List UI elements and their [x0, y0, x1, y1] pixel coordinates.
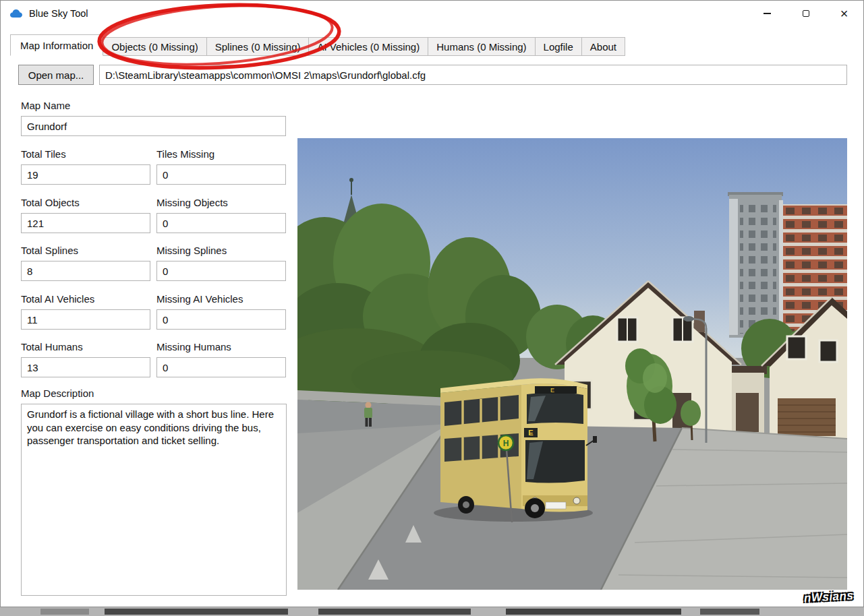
- tab-humans[interactable]: Humans (0 Missing): [428, 37, 535, 56]
- total-humans-label: Total Humans: [21, 341, 83, 352]
- tab-about[interactable]: About: [582, 37, 625, 56]
- window-title: Blue Sky Tool: [29, 8, 88, 19]
- taskbar-segment: [105, 609, 288, 615]
- window-controls: ×: [748, 1, 863, 26]
- cloud-icon: [9, 9, 23, 18]
- close-icon: ×: [840, 7, 848, 20]
- taskbar-segment: [318, 609, 471, 615]
- total-splines-label: Total Splines: [21, 245, 78, 256]
- map-name-label: Map Name: [21, 100, 70, 111]
- tiles-missing-label: Tiles Missing: [156, 148, 214, 160]
- total-humans-input[interactable]: [21, 357, 150, 377]
- missing-objects-input[interactable]: [156, 213, 286, 233]
- tiles-missing-input[interactable]: [156, 164, 286, 185]
- maximize-button[interactable]: [786, 1, 825, 26]
- map-screenshot: E E H: [297, 138, 847, 590]
- app-window: Blue Sky Tool × Map Information Objects …: [0, 0, 864, 607]
- total-tiles-input[interactable]: [21, 164, 150, 185]
- missing-objects-label: Missing Objects: [156, 197, 228, 208]
- taskbar-segment: [506, 609, 681, 615]
- map-description-label: Map Description: [21, 388, 94, 399]
- total-splines-input[interactable]: [21, 261, 150, 281]
- tab-ai-vehicles[interactable]: AI Vehicles (0 Missing): [309, 37, 428, 56]
- missing-splines-input[interactable]: [156, 261, 286, 281]
- tab-map-information[interactable]: Map Information: [10, 34, 103, 56]
- total-ai-vehicles-label: Total AI Vehicles: [21, 293, 94, 305]
- maximize-icon: [803, 10, 809, 17]
- tab-splines[interactable]: Splines (0 Missing): [207, 37, 310, 56]
- taskbar-strip: [0, 607, 864, 616]
- watermark: nWsians: [803, 589, 853, 605]
- tab-logfile[interactable]: Logfile: [536, 37, 582, 56]
- bus-destination-display: E: [550, 387, 554, 394]
- missing-humans-input[interactable]: [156, 357, 286, 377]
- map-name-input[interactable]: [21, 116, 286, 136]
- total-objects-input[interactable]: [21, 213, 150, 233]
- map-screenshot-scene: E E H: [297, 138, 847, 590]
- map-path-input[interactable]: [99, 65, 847, 85]
- total-objects-label: Total Objects: [21, 197, 80, 208]
- missing-splines-label: Missing Splines: [156, 245, 227, 256]
- tab-bar: Map Information Objects (0 Missing) Spli…: [10, 34, 625, 56]
- total-ai-vehicles-input[interactable]: [21, 309, 150, 330]
- screenshot-root: Blue Sky Tool × Map Information Objects …: [0, 0, 864, 616]
- title-bar: Blue Sky Tool ×: [1, 1, 863, 26]
- map-description-textarea[interactable]: Grundorf is a fictional village with a s…: [21, 404, 287, 596]
- tab-objects[interactable]: Objects (0 Missing): [103, 37, 206, 56]
- minimize-icon: [764, 13, 771, 13]
- missing-ai-vehicles-input[interactable]: [156, 309, 286, 330]
- open-map-button[interactable]: Open map...: [18, 65, 94, 85]
- bus-stop-sign: H: [503, 439, 509, 448]
- bus-route-sign: E: [528, 429, 533, 437]
- taskbar-segment: [40, 609, 89, 615]
- missing-ai-vehicles-label: Missing AI Vehicles: [156, 293, 243, 305]
- missing-humans-label: Missing Humans: [156, 341, 231, 352]
- minimize-button[interactable]: [748, 1, 786, 26]
- total-tiles-label: Total Tiles: [21, 148, 66, 160]
- close-button[interactable]: ×: [825, 1, 863, 26]
- taskbar-segment: [700, 609, 759, 615]
